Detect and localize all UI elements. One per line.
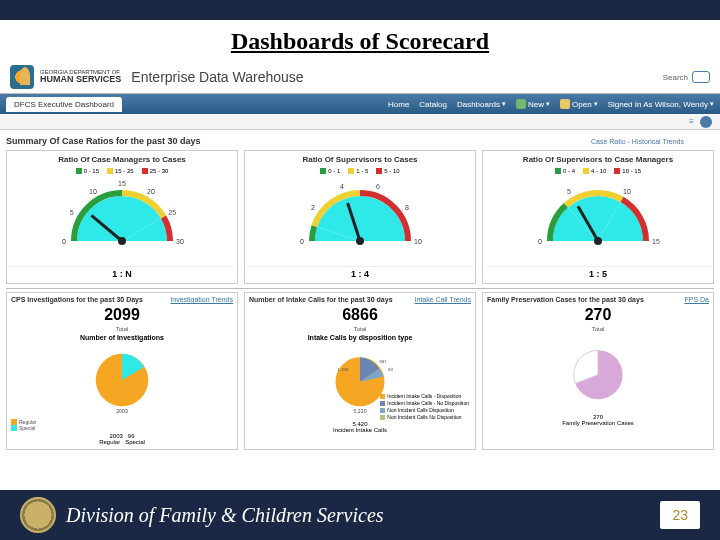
- gauge-value: 1 : 5: [485, 266, 711, 281]
- new-icon: [516, 99, 526, 109]
- gauge-panel-2: Ratio Of Supervisors to Case Managers 0 …: [482, 150, 714, 284]
- search-area: Search: [663, 71, 710, 83]
- pie-chart: 1,199387605,220Incident Intake Calls - D…: [247, 343, 473, 435]
- metric-header: CPS Investigations for the past 30 Days: [11, 296, 143, 303]
- tab-active[interactable]: DFCS Executive Dashboard: [6, 97, 122, 112]
- slide-title: Dashboards of Scorecard: [0, 20, 720, 61]
- svg-text:10: 10: [89, 188, 97, 195]
- nav-new[interactable]: New: [516, 99, 550, 109]
- app-header: GEORGIA DEPARTMENT OF HUMAN SERVICES Ent…: [0, 61, 720, 94]
- svg-text:4: 4: [340, 183, 344, 190]
- gauge-legend: 0 - 1515 - 2525 - 30: [9, 166, 235, 176]
- svg-text:6: 6: [376, 183, 380, 190]
- metric-big-number: 2099: [9, 304, 235, 326]
- pie-legend: Regular Special: [11, 419, 233, 431]
- svg-text:1,199: 1,199: [337, 367, 348, 372]
- metric-row: CPS Investigations for the past 30 DaysI…: [6, 288, 714, 450]
- svg-text:30: 30: [176, 238, 184, 245]
- gauge-value: 1 : 4: [247, 266, 473, 281]
- slide-footer: Division of Family & Children Services 2…: [0, 490, 720, 540]
- svg-text:8: 8: [405, 204, 409, 211]
- gauge-panel-0: Ratio Of Case Managers to Cases 0 - 1515…: [6, 150, 238, 284]
- svg-text:5,220: 5,220: [353, 408, 366, 414]
- nav-catalog[interactable]: Catalog: [419, 100, 447, 109]
- help-icon[interactable]: ?: [700, 116, 712, 128]
- search-label: Search: [663, 73, 688, 82]
- svg-point-16: [356, 237, 364, 245]
- svg-text:10: 10: [414, 238, 422, 245]
- app-title: Enterprise Data Warehouse: [131, 69, 303, 85]
- dashboard-content: Summary Of Case Ratios for the past 30 d…: [0, 130, 720, 454]
- open-icon: [560, 99, 570, 109]
- dhs-logo-icon: [10, 65, 34, 89]
- summary-link[interactable]: Case Ratio - Historical Trends: [591, 138, 714, 145]
- metric-header: Family Preservation Cases for the past 3…: [487, 296, 644, 303]
- legend-item: 0 - 1: [320, 168, 340, 174]
- nav-open[interactable]: Open: [560, 99, 598, 109]
- legend-item: 25 - 30: [142, 168, 169, 174]
- nav-signed-in[interactable]: Signed In As Wilson, Wendy: [608, 100, 714, 109]
- dept-name: GEORGIA DEPARTMENT OF HUMAN SERVICES: [40, 69, 121, 85]
- svg-text:20: 20: [147, 188, 155, 195]
- metric-panel-0: CPS Investigations for the past 30 DaysI…: [6, 292, 238, 450]
- gauge-value: 1 : N: [9, 266, 235, 281]
- search-input[interactable]: [692, 71, 710, 83]
- svg-text:60: 60: [388, 367, 393, 372]
- pie-chart: 2003Regular Special 2003 96Regular Speci…: [9, 343, 235, 447]
- metric-link[interactable]: FPS Da: [684, 296, 709, 303]
- svg-text:2: 2: [311, 204, 315, 211]
- legend-item: 4 - 10: [583, 168, 606, 174]
- svg-text:15: 15: [652, 238, 660, 245]
- svg-point-22: [594, 237, 602, 245]
- footer-org: Division of Family & Children Services: [66, 504, 384, 527]
- pie-legend: Incident Intake Calls - DispositionIncid…: [380, 393, 469, 421]
- metric-chart-title: Number of Investigations: [9, 332, 235, 343]
- state-seal-icon: [20, 497, 56, 533]
- svg-text:387: 387: [379, 359, 387, 364]
- legend-item: 0 - 4: [555, 168, 575, 174]
- svg-point-8: [118, 237, 126, 245]
- metric-link[interactable]: Investigation Trends: [170, 296, 233, 303]
- dept-line2: HUMAN SERVICES: [40, 75, 121, 85]
- nav-home[interactable]: Home: [388, 100, 409, 109]
- metric-link[interactable]: Intake Call Trends: [415, 296, 471, 303]
- svg-text:0: 0: [300, 238, 304, 245]
- legend-item: 1 - 5: [348, 168, 368, 174]
- sub-tool-1[interactable]: ≡: [689, 117, 694, 126]
- metric-panel-1: Number of Intake Calls for the past 30 d…: [244, 292, 476, 450]
- svg-text:2003: 2003: [116, 408, 128, 414]
- gauge-title: Ratio Of Supervisors to Cases: [247, 153, 473, 166]
- sub-toolbar: ≡ ?: [0, 114, 720, 130]
- svg-text:25: 25: [168, 209, 176, 216]
- metric-big-number: 270: [485, 304, 711, 326]
- svg-text:10: 10: [623, 188, 631, 195]
- svg-text:0: 0: [538, 238, 542, 245]
- gauge-legend: 0 - 44 - 1010 - 15: [485, 166, 711, 176]
- svg-text:15: 15: [118, 180, 126, 187]
- gauge-panel-1: Ratio Of Supervisors to Cases 0 - 11 - 5…: [244, 150, 476, 284]
- legend-item: 10 - 15: [614, 168, 641, 174]
- legend-item: 15 - 25: [107, 168, 134, 174]
- svg-text:0: 0: [62, 238, 66, 245]
- gauge-legend: 0 - 11 - 55 - 10: [247, 166, 473, 176]
- pie-chart: 270Family Preservation Cases: [485, 336, 711, 428]
- metric-panel-2: Family Preservation Cases for the past 3…: [482, 292, 714, 450]
- gauge-title: Ratio Of Supervisors to Case Managers: [485, 153, 711, 166]
- gauge-row: Ratio Of Case Managers to Cases 0 - 1515…: [6, 150, 714, 284]
- top-border-bar: [0, 0, 720, 20]
- svg-text:5: 5: [70, 209, 74, 216]
- summary-title: Summary Of Case Ratios for the past 30 d…: [6, 134, 201, 148]
- nav-dashboards[interactable]: Dashboards: [457, 100, 506, 109]
- legend-item: 5 - 10: [376, 168, 399, 174]
- svg-text:5: 5: [567, 188, 571, 195]
- metric-big-number: 6866: [247, 304, 473, 326]
- page-number: 23: [660, 501, 700, 529]
- metric-chart-title: Intake Calls by disposition type: [247, 332, 473, 343]
- nav-bar: DFCS Executive Dashboard Home Catalog Da…: [0, 94, 720, 114]
- gauge-title: Ratio Of Case Managers to Cases: [9, 153, 235, 166]
- legend-item: 0 - 15: [76, 168, 99, 174]
- metric-header: Number of Intake Calls for the past 30 d…: [249, 296, 393, 303]
- dhs-logo-area: GEORGIA DEPARTMENT OF HUMAN SERVICES: [10, 65, 121, 89]
